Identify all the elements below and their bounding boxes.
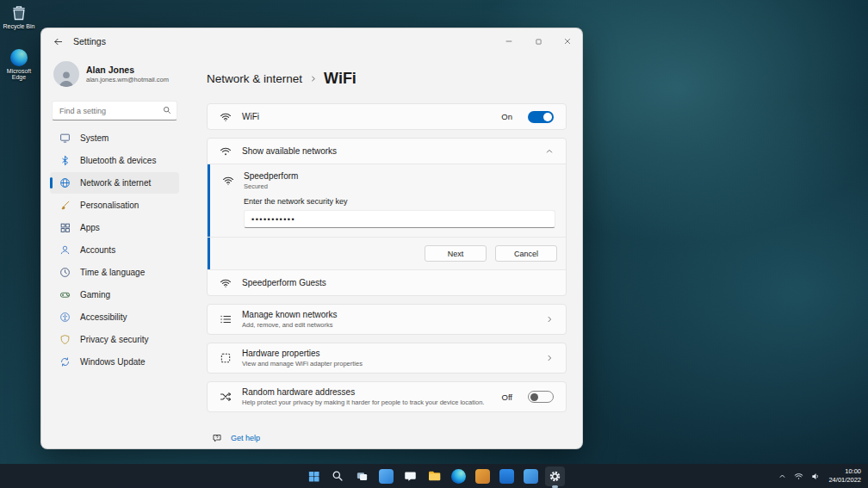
sidebar-item-gaming[interactable]: Gaming	[50, 284, 179, 306]
guest-network-ssid: Speedperform Guests	[242, 278, 554, 287]
security-key-prompt: Enter the network security key	[244, 197, 557, 206]
wifi-icon	[220, 111, 232, 123]
user-profile[interactable]: Alan Jones alan.jones.wm@hotmail.com	[50, 56, 179, 92]
titlebar: Settings	[41, 28, 582, 54]
search-input[interactable]	[52, 101, 177, 120]
network-status: Secured	[244, 182, 298, 190]
close-button[interactable]	[553, 28, 582, 54]
edge-icon	[10, 49, 28, 66]
tray-network-icon[interactable]	[794, 472, 803, 481]
widgets-icon[interactable]	[376, 466, 396, 486]
clock-date: 24/01/2022	[828, 476, 861, 485]
clock-icon	[59, 267, 71, 279]
file-explorer-icon[interactable]	[425, 466, 444, 486]
task-view-icon[interactable]	[352, 466, 372, 486]
manage-networks-label: Manage known networks	[242, 310, 535, 319]
bluetooth-icon	[59, 155, 71, 167]
sidebar-item-time-language[interactable]: Time & language	[50, 262, 179, 283]
mail-icon[interactable]	[521, 466, 541, 486]
sidebar-item-accessibility[interactable]: Accessibility	[50, 306, 179, 328]
settings-window: Settings Alan Jones alan.jones.wm@	[40, 28, 583, 449]
maximize-button[interactable]	[524, 28, 553, 54]
wifi-icon	[220, 277, 232, 289]
get-help-link[interactable]: Get help	[212, 433, 567, 443]
random-hardware-addresses-card: Random hardware addresses Help protect y…	[207, 381, 567, 412]
list-icon	[220, 313, 232, 325]
taskbar-edge-icon[interactable]	[449, 466, 468, 486]
sidebar-item-personalisation[interactable]: Personalisation	[50, 195, 179, 216]
globe-icon	[59, 177, 71, 189]
desktop-icon-recycle-bin[interactable]: Recycle Bin	[0, 4, 38, 29]
profile-email: alan.jones.wm@hotmail.com	[86, 76, 169, 83]
taskbar-search-icon[interactable]	[328, 466, 348, 486]
sidebar-item-windows-update[interactable]: Windows Update	[50, 351, 179, 373]
photos-icon[interactable]	[473, 466, 493, 486]
security-key-input[interactable]	[244, 210, 555, 228]
random-addresses-description: Help protect your privacy by making it h…	[242, 398, 492, 407]
gamepad-icon	[59, 289, 71, 301]
sidebar-nav: System Bluetooth & devices Network & int…	[50, 127, 179, 373]
adapter-icon	[220, 352, 232, 364]
monitor-icon	[59, 133, 71, 145]
breadcrumb-chevron-icon	[309, 75, 317, 83]
chevron-right-icon	[545, 315, 554, 324]
guest-network-row[interactable]: Speedperform Guests	[208, 270, 566, 295]
desktop-icon-label: Recycle Bin	[3, 23, 35, 29]
profile-name: Alan Jones	[86, 65, 169, 75]
breadcrumb-parent[interactable]: Network & internet	[207, 72, 302, 85]
random-addresses-state: Off	[502, 392, 513, 402]
settings-taskbar-icon[interactable]	[545, 466, 565, 486]
cancel-button[interactable]: Cancel	[495, 245, 557, 262]
wifi-toggle-label: WiFi	[242, 112, 491, 121]
taskbar-clock[interactable]: 10:00 24/01/2022	[828, 467, 861, 485]
manage-networks-description: Add, remove, and edit networks	[242, 321, 535, 330]
network-connect-panel: Speedperform Secured Enter the network s…	[208, 164, 566, 269]
update-icon	[59, 356, 71, 368]
store-icon[interactable]	[497, 466, 517, 486]
hardware-properties-card[interactable]: Hardware properties View and manage WiFi…	[207, 343, 567, 374]
hardware-properties-label: Hardware properties	[242, 349, 535, 358]
random-addresses-switch[interactable]	[528, 391, 554, 403]
next-button[interactable]: Next	[425, 245, 487, 262]
desktop-icon-label: Microsoft Edge	[0, 68, 38, 80]
sidebar-item-accounts[interactable]: Accounts	[50, 239, 179, 261]
sidebar-item-network-internet[interactable]: Network & internet	[50, 172, 179, 194]
manage-known-networks-card[interactable]: Manage known networks Add, remove, and e…	[207, 304, 567, 335]
sidebar-item-bluetooth-devices[interactable]: Bluetooth & devices	[50, 150, 179, 171]
page-title: WiFi	[324, 70, 356, 88]
taskbar: 10:00 24/01/2022	[0, 464, 868, 488]
show-available-networks-row[interactable]: Show available networks	[208, 139, 566, 164]
wifi-networks-icon	[220, 145, 232, 158]
brush-icon	[59, 200, 71, 212]
clock-time: 10:00	[828, 467, 861, 476]
accessibility-icon	[59, 312, 71, 324]
back-button[interactable]	[53, 37, 63, 46]
minimize-button[interactable]	[494, 28, 524, 54]
network-ssid: Speedperform	[244, 171, 298, 181]
settings-sidebar: Alan Jones alan.jones.wm@hotmail.com Sys…	[41, 54, 184, 448]
apps-grid-icon	[59, 222, 71, 234]
search-icon	[163, 106, 171, 114]
shuffle-icon	[220, 391, 232, 403]
wifi-toggle-state: On	[501, 112, 512, 121]
breadcrumb: Network & internet WiFi	[207, 70, 567, 88]
shield-icon	[59, 334, 71, 346]
hidden-icons-chevron-icon[interactable]	[778, 473, 786, 480]
desktop-icon-microsoft-edge[interactable]: Microsoft Edge	[0, 49, 38, 80]
system-tray: 10:00 24/01/2022	[778, 467, 861, 485]
chat-icon[interactable]	[400, 466, 420, 486]
chevron-up-icon[interactable]	[545, 147, 554, 156]
chevron-right-icon	[545, 354, 554, 362]
start-button[interactable]	[304, 466, 324, 486]
sidebar-item-privacy-security[interactable]: Privacy & security	[50, 329, 179, 350]
avatar	[53, 61, 79, 87]
help-icon	[212, 433, 222, 443]
wifi-toggle-switch[interactable]	[528, 111, 554, 123]
sidebar-item-apps[interactable]: Apps	[50, 217, 179, 238]
sidebar-item-system[interactable]: System	[50, 127, 179, 149]
window-title: Settings	[73, 36, 106, 46]
secured-wifi-icon	[222, 171, 234, 190]
wifi-toggle-card: WiFi On	[207, 103, 567, 130]
tray-volume-icon[interactable]	[811, 472, 821, 481]
search-box	[52, 101, 177, 120]
